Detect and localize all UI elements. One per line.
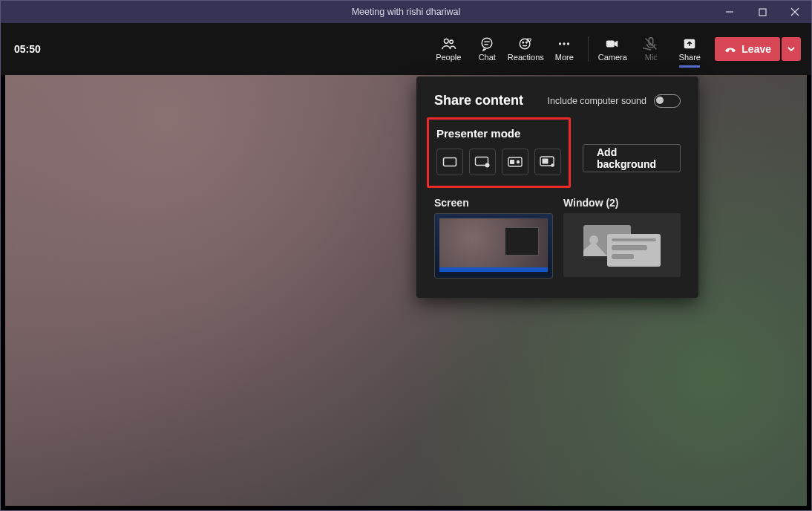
panel-title: Share content [434,93,523,108]
presenter-mode-reporter[interactable] [534,149,561,175]
svg-point-28 [551,163,554,167]
people-icon [440,36,456,51]
mic-button[interactable]: Mic [632,36,670,62]
svg-rect-1 [759,9,766,16]
chat-button[interactable]: Chat [468,36,506,62]
include-sound-label: Include computer sound [548,96,646,106]
minimize-button[interactable] [713,1,746,23]
camera-label: Camera [598,53,627,62]
presenter-mode-side-by-side[interactable] [502,149,528,175]
svg-point-22 [485,163,489,167]
share-content-panel: Share content Include computer sound Pre… [416,77,698,298]
reactions-button[interactable]: Reactions [506,36,545,62]
presenter-mode-title: Presenter mode [436,127,561,140]
screen-label: Screen [434,197,551,209]
svg-point-12 [559,42,561,45]
leave-label: Leave [741,43,771,55]
presenter-row: Presenter mode [434,125,681,188]
people-button[interactable]: People [429,36,468,62]
add-background-button[interactable]: Add background [583,144,681,172]
svg-rect-15 [606,40,615,47]
ellipsis-icon [556,36,572,51]
svg-point-11 [526,42,527,42]
svg-rect-24 [510,160,514,164]
meeting-duration: 05:50 [14,43,41,55]
title-bar: Meeting with rishi dhariwal [1,1,811,23]
window-label: Window (2) [563,197,681,209]
chat-label: Chat [479,53,496,62]
meeting-toolbar: 05:50 People Chat Reactions More Camera [1,23,811,75]
svg-point-25 [517,160,520,163]
include-sound-row: Include computer sound [548,94,681,108]
hangup-icon [724,44,737,54]
svg-rect-32 [612,238,656,241]
svg-point-6 [482,38,492,48]
presenter-mode-standout[interactable] [469,149,496,175]
people-label: People [436,53,461,62]
panel-header: Share content Include computer sound [434,93,681,108]
window-stack-icon [577,221,667,270]
presenter-mode-highlight: Presenter mode [427,117,571,188]
reactions-icon [517,36,534,51]
reporter-icon [540,156,556,168]
svg-rect-33 [612,245,647,250]
presenter-mode-buttons [436,149,561,175]
add-background-column: Add background [583,125,681,172]
chat-icon [479,36,495,51]
side-by-side-icon [508,157,523,167]
window-controls [713,1,811,23]
share-icon [681,36,698,51]
leave-options-button[interactable] [782,37,801,61]
svg-rect-20 [444,158,456,166]
presenter-mode-content-only[interactable] [436,149,463,175]
svg-point-14 [567,42,569,45]
close-button[interactable] [779,1,811,23]
content-only-icon [442,157,457,167]
add-background-label: Add background [597,146,667,170]
svg-rect-27 [543,159,549,164]
chevron-down-icon [787,45,796,53]
standout-icon [474,156,491,168]
toolbar-separator [588,36,589,62]
presenter-column: Presenter mode [434,125,571,188]
svg-point-4 [445,39,449,43]
window-column: Window (2) [563,197,681,279]
svg-point-5 [450,40,454,44]
svg-point-13 [563,42,566,45]
mic-off-icon [643,36,659,51]
screen-thumbnail[interactable] [434,213,553,279]
include-sound-toggle[interactable] [654,94,681,108]
more-label: More [555,53,574,62]
svg-rect-34 [612,254,634,259]
screen-column: Screen [434,197,551,279]
window-thumbnail[interactable] [563,213,681,277]
camera-button[interactable]: Camera [593,36,632,62]
more-button[interactable]: More [545,36,583,62]
leave-button[interactable]: Leave [715,37,780,61]
share-targets: Screen Window (2) [434,197,681,279]
camera-icon [604,36,621,51]
share-button[interactable]: Share [670,36,709,62]
svg-point-9 [520,39,531,49]
leave-group: Leave [715,37,801,61]
mic-label: Mic [645,53,658,62]
svg-point-10 [523,42,523,42]
maximize-button[interactable] [746,1,779,23]
reactions-label: Reactions [508,53,544,62]
share-label: Share [679,53,701,62]
window-title: Meeting with rishi dhariwal [1,7,811,17]
